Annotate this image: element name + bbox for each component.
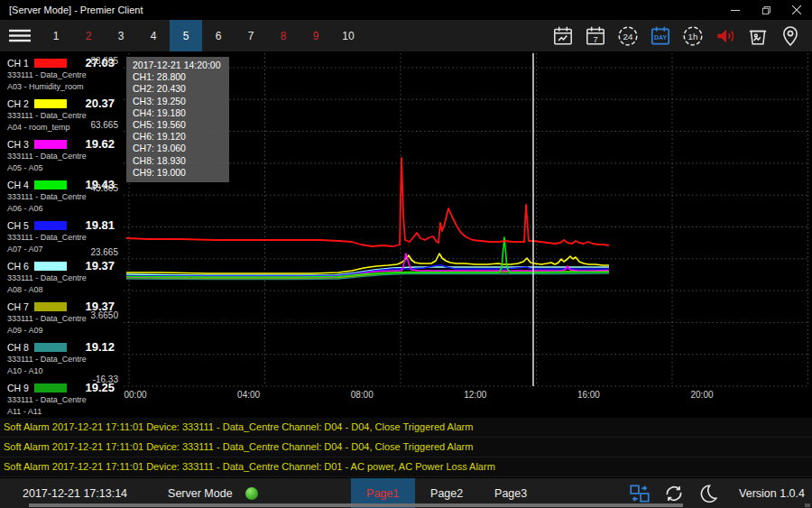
tooltip-channel-value: CH7: 19.060 xyxy=(133,143,223,154)
version-label: Version 1.0.4 xyxy=(725,487,805,500)
alarm-row[interactable]: Soft Alarm 2017-12-21 17:11:01 Device: 3… xyxy=(0,438,812,457)
y-axis-tick-label: 43.665 xyxy=(78,183,118,193)
channel-id: CH 5 xyxy=(7,220,34,231)
report-calendar-icon[interactable] xyxy=(547,23,579,50)
minimize-icon xyxy=(731,5,740,14)
menu-button[interactable] xyxy=(0,20,40,51)
trend-area[interactable]: CH 1 27.03 333111 - Data_Centre A03 - Hu… xyxy=(0,51,812,418)
channel-device: 333111 - Data_Centre xyxy=(7,151,120,162)
y-axis-tick-label: 3.6650 xyxy=(78,310,118,320)
alarm-row[interactable]: Soft Alarm 2017-12-21 17:11:01 Device: 3… xyxy=(0,418,812,438)
channel-color-swatch xyxy=(34,59,67,68)
channel-point: A03 - Humidity_room xyxy=(7,81,120,93)
toolbar-tab-7[interactable]: 7 xyxy=(235,20,267,51)
main-toolbar: 12345678910 724DAY1h xyxy=(0,20,812,51)
hamburger-icon xyxy=(9,29,31,42)
toolbar-tab-6[interactable]: 6 xyxy=(202,20,235,51)
channel-id: CH 8 xyxy=(7,342,34,353)
cursor-tooltip: 2017-12-21 14:20:00CH1: 28.800CH2: 20.43… xyxy=(126,57,229,182)
channel-id: CH 7 xyxy=(7,301,34,312)
snapshot-icon[interactable] xyxy=(742,23,774,50)
tooltip-channel-value: CH4: 19.180 xyxy=(133,107,223,119)
tooltip-channel-value: CH8: 18.930 xyxy=(133,155,223,167)
x-axis-tick-label: 00:00 xyxy=(115,390,155,400)
channel-panel: CH 1 27.03 333111 - Data_Centre A03 - Hu… xyxy=(0,54,120,420)
toolbar-tab-4[interactable]: 4 xyxy=(137,20,170,51)
sync-icon[interactable] xyxy=(657,480,691,507)
channel-color-swatch xyxy=(34,99,67,108)
toolbar-tab-2[interactable]: 2 xyxy=(72,20,105,51)
night-mode-icon[interactable] xyxy=(691,480,725,507)
y-axis-tick-label: 23.665 xyxy=(78,246,118,256)
resize-grip[interactable] xyxy=(805,503,810,507)
hours-24-icon[interactable]: 24 xyxy=(612,23,644,50)
tooltip-channel-value: CH3: 19.250 xyxy=(133,96,223,107)
channel-device: 333111 - Data_Centre xyxy=(7,354,120,365)
svg-text:24: 24 xyxy=(623,31,633,41)
channel-row[interactable]: CH 9 19.25 333111 - Data_Centre A11 - A1… xyxy=(0,379,120,420)
channel-color-swatch xyxy=(34,302,67,311)
channel-current-value: 20.37 xyxy=(85,97,120,110)
channel-point: A05 - A05 xyxy=(7,162,120,174)
tooltip-channel-value: CH6: 19.120 xyxy=(133,131,223,143)
y-axis-tick-label: 63.665 xyxy=(78,119,118,129)
week-calendar-icon[interactable]: 7 xyxy=(579,23,612,50)
channel-id: CH 3 xyxy=(7,139,34,150)
hour-1-icon[interactable]: 1h xyxy=(677,23,709,50)
location-icon[interactable] xyxy=(774,23,807,50)
tooltip-channel-value: CH1: 28.800 xyxy=(133,71,223,83)
connection-led xyxy=(245,487,258,500)
toolbar-tab-3[interactable]: 3 xyxy=(105,20,137,51)
channel-color-swatch xyxy=(34,140,67,149)
channel-row[interactable]: CH 2 20.37 333111 - Data_Centre A04 - ro… xyxy=(0,95,120,135)
alarm-list: Soft Alarm 2017-12-21 17:11:01 Device: 3… xyxy=(0,418,812,478)
page-tab-strip: 12345678910 xyxy=(40,20,364,51)
y-axis-tick-label: 83.665 xyxy=(78,56,118,66)
trend-chart[interactable] xyxy=(0,51,812,418)
x-axis-tick-label: 20:00 xyxy=(682,390,722,400)
app-window: [Server Mode] - Premier Client 123456789… xyxy=(0,0,812,508)
toolbar-tab-5[interactable]: 5 xyxy=(170,20,202,51)
x-axis-tick-label: 16:00 xyxy=(568,390,608,400)
channel-id: CH 9 xyxy=(7,383,34,393)
tooltip-channel-value: CH9: 19.000 xyxy=(133,167,223,179)
layout-switch-icon[interactable] xyxy=(623,480,657,507)
channel-color-swatch xyxy=(34,180,67,189)
sound-alarm-icon[interactable] xyxy=(709,23,742,50)
channel-color-swatch xyxy=(34,343,67,352)
alarm-row[interactable]: Soft Alarm 2017-12-21 17:11:01 Device: 3… xyxy=(0,457,812,477)
statusbar-icons xyxy=(623,480,725,507)
restore-icon xyxy=(761,5,771,15)
channel-row[interactable]: CH 6 19.37 333111 - Data_Centre A08 - A0… xyxy=(0,257,120,298)
channel-point: A11 - A11 xyxy=(7,406,120,418)
close-button[interactable] xyxy=(781,0,812,20)
toolbar-tab-1[interactable]: 1 xyxy=(40,20,72,51)
day-calendar-icon[interactable]: DAY xyxy=(644,23,677,50)
channel-color-swatch xyxy=(34,383,67,393)
toolbar-tab-8[interactable]: 8 xyxy=(267,20,300,51)
horizontal-scrollbar-thumb[interactable] xyxy=(29,503,683,507)
x-axis-tick-label: 08:00 xyxy=(342,390,382,400)
maximize-button[interactable] xyxy=(751,0,781,20)
channel-point: A09 - A09 xyxy=(7,325,120,337)
toolbar-tab-9[interactable]: 9 xyxy=(300,20,332,51)
tooltip-timestamp: 2017-12-21 14:20:00 xyxy=(133,60,223,71)
x-axis-tick-label: 04:00 xyxy=(229,390,269,400)
channel-current-value: 19.81 xyxy=(85,218,120,232)
tooltip-channel-value: CH2: 20.430 xyxy=(133,83,223,95)
svg-text:1h: 1h xyxy=(688,31,698,41)
server-mode-label: Server Mode xyxy=(168,487,233,500)
channel-point: A08 - A08 xyxy=(7,284,120,296)
y-axis-tick-label: -16.33 xyxy=(78,374,118,384)
title-bar: [Server Mode] - Premier Client xyxy=(0,0,812,20)
channel-row[interactable]: CH 3 19.62 333111 - Data_Centre A05 - A0… xyxy=(0,135,120,176)
channel-current-value: 19.62 xyxy=(85,137,120,151)
svg-text:7: 7 xyxy=(593,34,597,43)
channel-row[interactable]: CH 8 19.12 333111 - Data_Centre A10 - A1… xyxy=(0,338,120,379)
toolbar-tab-10[interactable]: 10 xyxy=(332,20,364,51)
channel-point: A06 - A06 xyxy=(7,203,120,215)
minimize-button[interactable] xyxy=(720,0,751,20)
toolbar-icons: 724DAY1h xyxy=(547,20,812,51)
channel-id: CH 1 xyxy=(7,58,34,69)
x-axis-tick-label: 12:00 xyxy=(456,390,495,400)
